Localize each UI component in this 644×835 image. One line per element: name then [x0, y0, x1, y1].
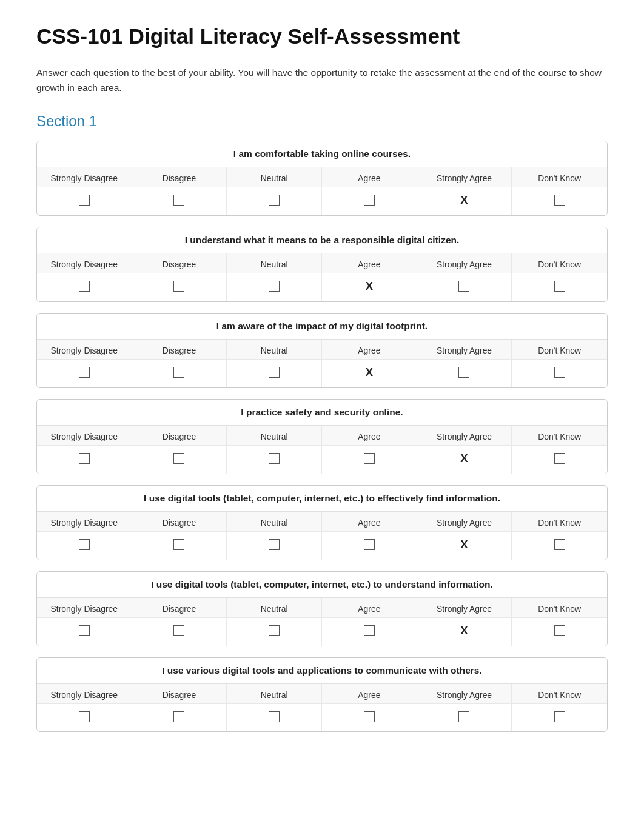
- column-header-q7-0: Strongly Disagree: [37, 684, 132, 703]
- question-text-4: I practice safety and security online.: [37, 400, 607, 426]
- checkbox-icon-q4-option3: [364, 453, 375, 464]
- checkbox-q5-option2[interactable]: [227, 532, 322, 560]
- checkbox-q2-option0[interactable]: [37, 273, 132, 301]
- checkbox-q5-option4[interactable]: X: [417, 532, 512, 560]
- column-header-q1-3: Agree: [322, 167, 417, 187]
- checkbox-q7-option1[interactable]: [132, 704, 227, 731]
- checkbox-q1-option0[interactable]: [37, 187, 132, 215]
- column-header-q3-4: Strongly Agree: [417, 340, 512, 359]
- checkbox-q1-option3[interactable]: [322, 187, 417, 215]
- question-card-2: I understand what it means to be a respo…: [36, 227, 608, 302]
- column-header-q6-2: Neutral: [227, 598, 322, 617]
- page-title: CSS-101 Digital Literacy Self-Assessment: [36, 24, 608, 49]
- checkbox-q3-option3[interactable]: X: [322, 360, 417, 387]
- column-header-q2-4: Strongly Agree: [417, 253, 512, 273]
- checked-mark-q2-option3: X: [366, 280, 373, 292]
- checkbox-q7-option3[interactable]: [322, 704, 417, 731]
- checkbox-q6-option4[interactable]: X: [417, 618, 512, 646]
- checkbox-icon-q2-option4: [458, 281, 469, 292]
- checkbox-q1-option4[interactable]: X: [417, 187, 512, 215]
- checkbox-q4-option4[interactable]: X: [417, 446, 512, 474]
- checkbox-q3-option0[interactable]: [37, 360, 132, 387]
- checked-mark-q6-option4: X: [460, 624, 468, 637]
- column-header-q3-0: Strongly Disagree: [37, 340, 132, 359]
- column-header-q7-4: Strongly Agree: [417, 684, 512, 703]
- checkbox-q5-option3[interactable]: [322, 532, 417, 560]
- column-header-q4-5: Don't Know: [512, 426, 607, 445]
- column-header-q6-4: Strongly Agree: [417, 598, 512, 617]
- checkbox-icon-q3-option4: [458, 367, 469, 378]
- column-header-q2-2: Neutral: [227, 253, 322, 273]
- checkbox-q7-option2[interactable]: [227, 704, 322, 731]
- checkbox-icon-q4-option0: [79, 453, 90, 464]
- checkbox-q5-option1[interactable]: [132, 532, 227, 560]
- checkbox-icon-q1-option2: [269, 195, 280, 206]
- checked-mark-q1-option4: X: [460, 193, 468, 206]
- checkbox-icon-q6-option3: [364, 625, 375, 636]
- checkbox-q7-option4[interactable]: [417, 704, 512, 731]
- checkbox-q6-option5[interactable]: [512, 618, 607, 646]
- column-header-q6-5: Don't Know: [512, 598, 607, 617]
- checkbox-q3-option2[interactable]: [227, 360, 322, 387]
- question-card-5: I use digital tools (tablet, computer, i…: [36, 485, 608, 560]
- checkbox-q6-option3[interactable]: [322, 618, 417, 646]
- checkbox-icon-q1-option1: [173, 195, 184, 206]
- checkbox-q7-option0[interactable]: [37, 704, 132, 731]
- column-header-q3-3: Agree: [322, 340, 417, 359]
- column-header-q2-3: Agree: [322, 253, 417, 273]
- column-header-q7-1: Disagree: [132, 684, 227, 703]
- question-card-4: I practice safety and security online.St…: [36, 399, 608, 474]
- checkbox-q3-option1[interactable]: [132, 360, 227, 387]
- column-header-q6-3: Agree: [322, 598, 417, 617]
- checkbox-q6-option2[interactable]: [227, 618, 322, 646]
- checkbox-icon-q5-option3: [364, 539, 375, 550]
- question-text-2: I understand what it means to be a respo…: [37, 227, 607, 253]
- checkbox-icon-q5-option2: [269, 539, 280, 550]
- question-card-1: I am comfortable taking online courses.S…: [36, 141, 608, 216]
- column-header-q2-0: Strongly Disagree: [37, 253, 132, 273]
- checkbox-q1-option5[interactable]: [512, 187, 607, 215]
- checkbox-icon-q1-option0: [79, 195, 90, 206]
- instructions-text: Answer each question to the best of your…: [36, 65, 608, 96]
- checkbox-q4-option2[interactable]: [227, 446, 322, 474]
- checkbox-q3-option5[interactable]: [512, 360, 607, 387]
- checkbox-q4-option1[interactable]: [132, 446, 227, 474]
- checkbox-q6-option1[interactable]: [132, 618, 227, 646]
- checkbox-icon-q4-option5: [554, 453, 565, 464]
- checkbox-q1-option1[interactable]: [132, 187, 227, 215]
- column-header-q2-5: Don't Know: [512, 253, 607, 273]
- checkbox-icon-q2-option1: [173, 281, 184, 292]
- checkbox-q1-option2[interactable]: [227, 187, 322, 215]
- checkbox-q2-option3[interactable]: X: [322, 273, 417, 301]
- question-text-5: I use digital tools (tablet, computer, i…: [37, 486, 607, 512]
- checkbox-q7-option5[interactable]: [512, 704, 607, 731]
- column-header-q4-0: Strongly Disagree: [37, 426, 132, 445]
- column-header-q5-1: Disagree: [132, 512, 227, 531]
- checkbox-icon-q6-option5: [554, 625, 565, 636]
- checkbox-q4-option0[interactable]: [37, 446, 132, 474]
- column-header-q3-5: Don't Know: [512, 340, 607, 359]
- column-header-q6-0: Strongly Disagree: [37, 598, 132, 617]
- checkbox-icon-q1-option5: [554, 195, 565, 206]
- checkbox-q3-option4[interactable]: [417, 360, 512, 387]
- column-header-q5-2: Neutral: [227, 512, 322, 531]
- checkbox-icon-q6-option0: [79, 625, 90, 636]
- checkbox-q2-option4[interactable]: [417, 273, 512, 301]
- checkbox-q6-option0[interactable]: [37, 618, 132, 646]
- column-header-q7-5: Don't Know: [512, 684, 607, 703]
- column-header-q1-4: Strongly Agree: [417, 167, 512, 187]
- column-header-q1-1: Disagree: [132, 167, 227, 187]
- question-text-3: I am aware of the impact of my digital f…: [37, 314, 607, 340]
- checkbox-q5-option0[interactable]: [37, 532, 132, 560]
- checkbox-q5-option5[interactable]: [512, 532, 607, 560]
- checkbox-q2-option2[interactable]: [227, 273, 322, 301]
- checkbox-icon-q6-option2: [269, 625, 280, 636]
- column-header-q1-0: Strongly Disagree: [37, 167, 132, 187]
- column-header-q4-4: Strongly Agree: [417, 426, 512, 445]
- checkbox-q4-option5[interactable]: [512, 446, 607, 474]
- checkbox-q4-option3[interactable]: [322, 446, 417, 474]
- checkbox-q2-option5[interactable]: [512, 273, 607, 301]
- checkbox-q2-option1[interactable]: [132, 273, 227, 301]
- checkbox-icon-q7-option3: [364, 711, 375, 722]
- checkbox-icon-q7-option1: [173, 711, 184, 722]
